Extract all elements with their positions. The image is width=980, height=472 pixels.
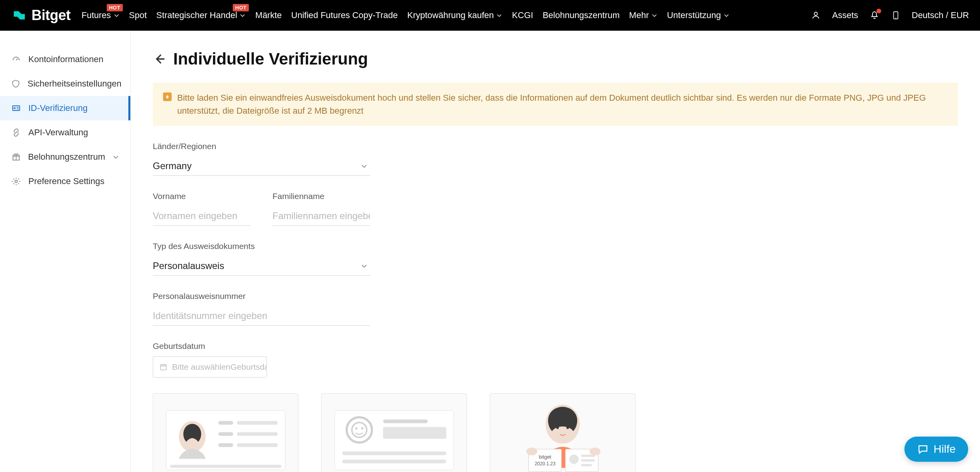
- svg-rect-17: [237, 443, 278, 447]
- idcard-icon: [11, 103, 21, 113]
- upload-notice: ♦ Bitte laden Sie ein einwandfreies Ausw…: [153, 83, 958, 126]
- nav-buy-crypto[interactable]: Kryptowährung kaufen: [407, 10, 502, 20]
- sidebar-item-label: ID-Verifizierung: [28, 103, 87, 113]
- link-icon: [11, 127, 21, 138]
- svg-point-6: [15, 180, 17, 183]
- nav-rewards[interactable]: Belohnungszentrum: [543, 10, 620, 20]
- chevron-down-icon: [361, 262, 368, 269]
- sidebar-item-id-verification[interactable]: ID-Verifizierung: [0, 96, 130, 120]
- idnum-input[interactable]: [153, 306, 370, 326]
- dob-label: Geburtsdatum: [153, 341, 958, 351]
- nav-futures[interactable]: HOT Futures: [82, 10, 120, 20]
- gear-icon: [11, 176, 21, 186]
- lastname-label: Familienname: [272, 192, 370, 201]
- sidebar-item-label: API-Verwaltung: [28, 127, 88, 138]
- help-button[interactable]: Hilfe: [904, 437, 968, 462]
- chevron-down-icon: [651, 12, 658, 18]
- lastname-input[interactable]: [272, 206, 370, 226]
- sidebar-item-label: Sicherheitseinstellungen: [28, 79, 122, 89]
- selfie-card-date: 2020.1.23: [535, 461, 556, 466]
- sidebar-item-account-info[interactable]: Kontoinformationen: [0, 47, 130, 72]
- nav-spot[interactable]: Spot: [129, 10, 147, 20]
- svg-point-22: [355, 427, 358, 430]
- primary-nav: HOT Futures Spot HOT Strategischer Hande…: [82, 10, 730, 20]
- svg-point-2: [895, 18, 896, 18]
- firstname-label: Vorname: [153, 192, 250, 201]
- svg-point-30: [566, 426, 569, 429]
- nav-copy-trade[interactable]: Unified Futures Copy-Trade: [291, 10, 398, 20]
- gift-icon: [11, 152, 21, 162]
- brand-name: Bitget: [31, 7, 70, 24]
- country-select[interactable]: Germany: [153, 157, 370, 176]
- nav-kcgi[interactable]: KCGI: [512, 10, 533, 20]
- hot-badge: HOT: [233, 4, 249, 11]
- chevron-down-icon: [496, 12, 502, 18]
- sidebar-item-label: Belohnungszentrum: [28, 152, 105, 162]
- sidebar-item-preferences[interactable]: Preference Settings: [0, 169, 130, 194]
- svg-rect-12: [218, 421, 233, 424]
- svg-rect-36: [581, 464, 592, 466]
- chevron-down-icon: [361, 162, 368, 170]
- brand-logo[interactable]: Bitget: [11, 7, 70, 24]
- notification-dot: [876, 9, 881, 13]
- doctype-value: Personalausweis: [153, 260, 224, 271]
- sidebar-item-rewards[interactable]: Belohnungszentrum: [0, 145, 130, 169]
- warning-icon: ♦: [163, 92, 172, 101]
- svg-point-23: [361, 427, 363, 430]
- chevron-down-icon: [239, 12, 246, 18]
- doctype-select[interactable]: Personalausweis: [153, 256, 370, 276]
- svg-rect-15: [237, 432, 278, 435]
- country-value: Germany: [153, 160, 192, 171]
- sidebar-item-security[interactable]: Sicherheitseinstellungen: [0, 72, 130, 96]
- chevron-down-icon: [112, 153, 119, 160]
- country-label: Länder/Regionen: [153, 142, 958, 151]
- mobile-icon[interactable]: [891, 10, 901, 20]
- svg-point-37: [526, 448, 537, 455]
- svg-point-10: [187, 436, 190, 439]
- bell-icon[interactable]: [869, 10, 880, 20]
- idnum-label: Personalausweisnummer: [153, 291, 958, 301]
- svg-rect-24: [383, 419, 428, 423]
- calendar-icon: [159, 363, 167, 371]
- help-label: Hilfe: [934, 443, 956, 455]
- id-front-preview: [153, 393, 298, 472]
- nav-assets[interactable]: Assets: [832, 10, 858, 20]
- gauge-icon: [11, 54, 21, 65]
- dob-placeholder: Bitte auswählenGeburtsda: [172, 362, 267, 372]
- notice-text: Bitte laden Sie ein einwandfreies Auswei…: [177, 91, 948, 117]
- svg-rect-35: [581, 459, 595, 462]
- sidebar-item-api[interactable]: API-Verwaltung: [0, 120, 130, 145]
- back-arrow-icon[interactable]: [153, 52, 166, 66]
- account-sidebar: Kontoinformationen Sicherheitseinstellun…: [0, 31, 131, 472]
- sidebar-item-label: Kontoinformationen: [28, 54, 104, 65]
- logo-icon: [11, 7, 28, 24]
- svg-point-38: [589, 448, 600, 455]
- doctype-label: Typ des Ausweisdokuments: [153, 242, 958, 251]
- svg-point-0: [814, 12, 817, 15]
- selfie-illustration: bitget 2020.1.23: [490, 394, 635, 472]
- svg-rect-16: [218, 443, 233, 447]
- svg-point-4: [14, 107, 15, 109]
- shield-icon: [11, 79, 20, 89]
- nav-markets[interactable]: Märkte: [255, 10, 282, 20]
- nav-support[interactable]: Unterstützung: [667, 10, 730, 20]
- svg-point-11: [195, 436, 197, 439]
- svg-rect-7: [161, 365, 167, 370]
- nav-strategic-trade[interactable]: HOT Strategischer Handel: [156, 10, 246, 20]
- top-nav: Bitget HOT Futures Spot HOT Strategische…: [0, 0, 980, 31]
- firstname-input[interactable]: [153, 206, 250, 226]
- svg-rect-14: [218, 432, 233, 435]
- svg-rect-27: [342, 459, 446, 463]
- dob-picker[interactable]: Bitte auswählenGeburtsda: [153, 356, 267, 378]
- svg-rect-18: [170, 465, 281, 468]
- user-icon[interactable]: [811, 10, 821, 20]
- chevron-down-icon: [723, 12, 730, 18]
- hot-badge: HOT: [107, 4, 123, 11]
- chat-icon: [917, 443, 929, 455]
- svg-rect-13: [237, 421, 278, 424]
- svg-rect-25: [383, 427, 446, 439]
- locale-switcher[interactable]: Deutsch / EUR: [912, 10, 969, 20]
- svg-point-29: [556, 426, 559, 429]
- id-back-preview: [321, 393, 467, 472]
- nav-more[interactable]: Mehr: [629, 10, 658, 20]
